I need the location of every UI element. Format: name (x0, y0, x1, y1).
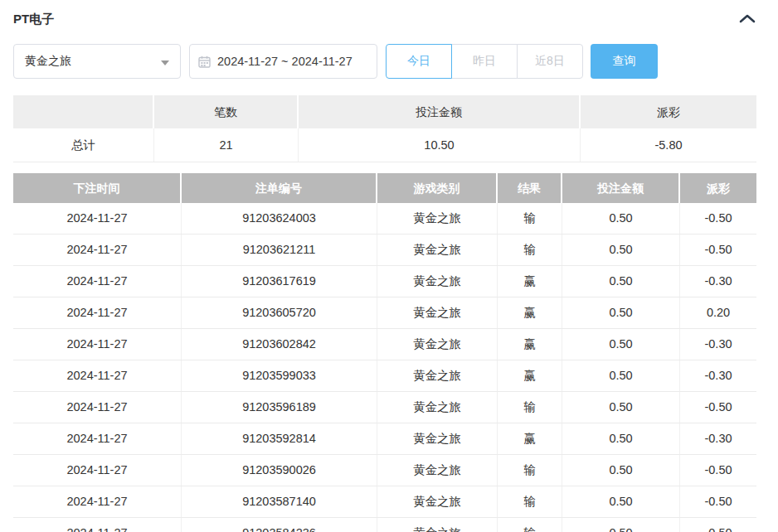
search-button[interactable]: 查询 (591, 44, 658, 79)
date-range-value: 2024-11-27 ~ 2024-11-27 (217, 55, 353, 68)
summary-total-payout: -5.80 (581, 128, 756, 162)
table-header-row: 下注时间 注单编号 游戏类别 结果 投注金额 派彩 (13, 173, 756, 203)
cell-payout: -0.50 (680, 518, 756, 532)
game-select[interactable]: 黄金之旅 (13, 44, 181, 79)
cell-bet-time: 2024-11-27 (13, 392, 182, 423)
cell-payout: -0.50 (680, 235, 756, 265)
table-row: 2024-11-2791203584236黄金之旅输0.50-0.50 (13, 518, 756, 532)
summary-header-count: 笔数 (154, 95, 299, 128)
cell-game-type: 黄金之旅 (377, 297, 498, 328)
col-header-bet-amount: 投注金额 (562, 173, 680, 203)
table-row: 2024-11-2791203605720黄金之旅赢0.500.20 (13, 297, 756, 329)
page-title: PT电子 (13, 12, 54, 27)
cell-game-type: 黄金之旅 (377, 423, 498, 454)
table-row: 2024-11-2791203590026黄金之旅输0.50-0.50 (13, 455, 756, 486)
table-row: 2024-11-2791203602842黄金之旅赢0.50-0.30 (13, 329, 756, 360)
col-header-result: 结果 (498, 173, 562, 203)
cell-payout: -0.30 (680, 266, 756, 297)
summary-header-row: 笔数 投注金额 派彩 (13, 95, 756, 128)
cell-order-no: 91203584236 (182, 518, 377, 532)
panel-header: PT电子 (13, 10, 756, 28)
table-body: 2024-11-2791203624003黄金之旅输0.50-0.502024-… (13, 203, 756, 532)
table-row: 2024-11-2791203624003黄金之旅输0.50-0.50 (13, 203, 756, 235)
cell-order-no: 91203592814 (182, 423, 377, 454)
cell-bet-time: 2024-11-27 (13, 266, 182, 297)
cell-game-type: 黄金之旅 (377, 455, 498, 486)
cell-bet-amount: 0.50 (562, 486, 680, 517)
cell-result: 赢 (498, 297, 562, 328)
report-panel: PT电子 黄金之旅 2024-11-27 ~ 2024-11-27 今日 昨日 … (0, 0, 778, 532)
col-header-game-type: 游戏类别 (377, 173, 498, 203)
cell-payout: -0.30 (680, 423, 756, 454)
cell-order-no: 91203621211 (182, 235, 377, 265)
cell-game-type: 黄金之旅 (377, 360, 498, 391)
caret-down-icon (161, 60, 169, 65)
cell-game-type: 黄金之旅 (377, 486, 498, 517)
summary-total-label: 总计 (13, 128, 154, 162)
today-button[interactable]: 今日 (386, 44, 452, 79)
cell-order-no: 91203596189 (182, 392, 377, 423)
cell-bet-amount: 0.50 (562, 297, 680, 328)
summary-total-row: 总计 21 10.50 -5.80 (13, 128, 756, 162)
cell-payout: 0.20 (680, 297, 756, 328)
cell-payout: -0.30 (680, 360, 756, 391)
cell-bet-amount: 0.50 (562, 203, 680, 234)
quick-range-group: 今日 昨日 近8日 (386, 44, 583, 79)
date-range-picker[interactable]: 2024-11-27 ~ 2024-11-27 (189, 44, 377, 79)
game-select-value: 黄金之旅 (25, 54, 71, 69)
cell-game-type: 黄金之旅 (377, 518, 498, 532)
cell-bet-amount: 0.50 (562, 329, 680, 360)
table-row: 2024-11-2791203599033黄金之旅赢0.50-0.30 (13, 360, 756, 392)
summary-header-bet-amount: 投注金额 (299, 95, 581, 128)
calendar-icon (198, 56, 211, 68)
cell-result: 赢 (498, 266, 562, 297)
cell-bet-amount: 0.50 (562, 235, 680, 265)
cell-game-type: 黄金之旅 (377, 266, 498, 297)
last-8-days-button[interactable]: 近8日 (517, 44, 583, 79)
cell-bet-amount: 0.50 (562, 392, 680, 423)
cell-payout: -0.50 (680, 455, 756, 486)
table-row: 2024-11-2791203596189黄金之旅输0.50-0.50 (13, 392, 756, 423)
cell-bet-amount: 0.50 (562, 518, 680, 532)
cell-order-no: 91203605720 (182, 297, 377, 328)
collapse-button[interactable] (738, 10, 756, 28)
cell-bet-time: 2024-11-27 (13, 486, 182, 517)
table-row: 2024-11-2791203592814黄金之旅赢0.50-0.30 (13, 423, 756, 455)
cell-bet-time: 2024-11-27 (13, 518, 182, 532)
cell-order-no: 91203599033 (182, 360, 377, 391)
summary-total-count: 21 (154, 128, 299, 162)
col-header-bet-time: 下注时间 (13, 173, 182, 203)
cell-bet-time: 2024-11-27 (13, 203, 182, 234)
table-row: 2024-11-2791203617619黄金之旅赢0.50-0.30 (13, 266, 756, 297)
cell-order-no: 91203617619 (182, 266, 377, 297)
cell-result: 赢 (498, 360, 562, 391)
cell-payout: -0.30 (680, 329, 756, 360)
cell-bet-amount: 0.50 (562, 360, 680, 391)
cell-bet-time: 2024-11-27 (13, 423, 182, 454)
cell-bet-amount: 0.50 (562, 455, 680, 486)
cell-payout: -0.50 (680, 392, 756, 423)
filter-bar: 黄金之旅 2024-11-27 ~ 2024-11-27 今日 昨日 近8日 查… (13, 44, 756, 79)
cell-order-no: 91203587140 (182, 486, 377, 517)
summary-table: 笔数 投注金额 派彩 总计 21 10.50 -5.80 (13, 95, 756, 162)
cell-bet-time: 2024-11-27 (13, 329, 182, 360)
table-row: 2024-11-2791203621211黄金之旅输0.50-0.50 (13, 235, 756, 266)
cell-order-no: 91203624003 (182, 203, 377, 234)
cell-result: 赢 (498, 329, 562, 360)
table-row: 2024-11-2791203587140黄金之旅输0.50-0.50 (13, 486, 756, 518)
col-header-order-no: 注单编号 (182, 173, 377, 203)
cell-result: 输 (498, 486, 562, 517)
cell-bet-time: 2024-11-27 (13, 455, 182, 486)
summary-total-bet-amount: 10.50 (299, 128, 581, 162)
cell-bet-time: 2024-11-27 (13, 235, 182, 265)
cell-bet-amount: 0.50 (562, 266, 680, 297)
cell-game-type: 黄金之旅 (377, 392, 498, 423)
cell-result: 输 (498, 455, 562, 486)
yesterday-button[interactable]: 昨日 (451, 44, 518, 79)
cell-result: 赢 (498, 423, 562, 454)
cell-result: 输 (498, 392, 562, 423)
cell-order-no: 91203602842 (182, 329, 377, 360)
cell-order-no: 91203590026 (182, 455, 377, 486)
cell-game-type: 黄金之旅 (377, 329, 498, 360)
cell-game-type: 黄金之旅 (377, 203, 498, 234)
